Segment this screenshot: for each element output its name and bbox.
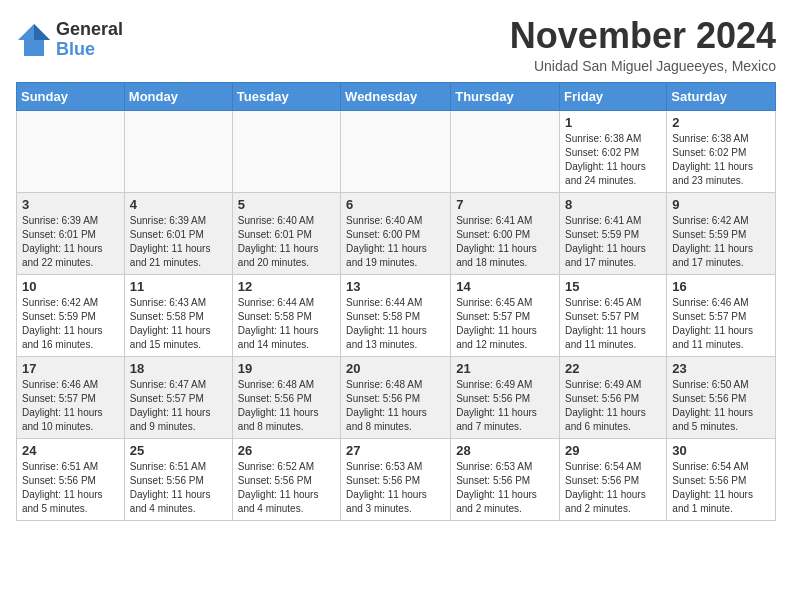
day-number: 8 <box>565 197 661 212</box>
day-number: 6 <box>346 197 445 212</box>
day-number: 2 <box>672 115 770 130</box>
calendar-cell <box>124 110 232 192</box>
day-detail: Sunrise: 6:40 AM Sunset: 6:01 PM Dayligh… <box>238 215 319 268</box>
header-monday: Monday <box>124 82 232 110</box>
page-header: General Blue November 2024 Unidad San Mi… <box>16 16 776 74</box>
header-sunday: Sunday <box>17 82 125 110</box>
day-number: 18 <box>130 361 227 376</box>
day-detail: Sunrise: 6:53 AM Sunset: 5:56 PM Dayligh… <box>456 461 537 514</box>
day-number: 27 <box>346 443 445 458</box>
day-detail: Sunrise: 6:46 AM Sunset: 5:57 PM Dayligh… <box>672 297 753 350</box>
day-detail: Sunrise: 6:42 AM Sunset: 5:59 PM Dayligh… <box>22 297 103 350</box>
day-number: 26 <box>238 443 335 458</box>
calendar-table: Sunday Monday Tuesday Wednesday Thursday… <box>16 82 776 521</box>
day-number: 4 <box>130 197 227 212</box>
calendar-cell: 17Sunrise: 6:46 AM Sunset: 5:57 PM Dayli… <box>17 356 125 438</box>
calendar-cell: 10Sunrise: 6:42 AM Sunset: 5:59 PM Dayli… <box>17 274 125 356</box>
day-number: 23 <box>672 361 770 376</box>
day-detail: Sunrise: 6:47 AM Sunset: 5:57 PM Dayligh… <box>130 379 211 432</box>
day-number: 25 <box>130 443 227 458</box>
day-detail: Sunrise: 6:46 AM Sunset: 5:57 PM Dayligh… <box>22 379 103 432</box>
day-detail: Sunrise: 6:41 AM Sunset: 5:59 PM Dayligh… <box>565 215 646 268</box>
calendar-cell: 13Sunrise: 6:44 AM Sunset: 5:58 PM Dayli… <box>341 274 451 356</box>
day-detail: Sunrise: 6:50 AM Sunset: 5:56 PM Dayligh… <box>672 379 753 432</box>
title-area: November 2024 Unidad San Miguel Jagueeye… <box>510 16 776 74</box>
day-number: 1 <box>565 115 661 130</box>
week-row-2: 3Sunrise: 6:39 AM Sunset: 6:01 PM Daylig… <box>17 192 776 274</box>
day-number: 16 <box>672 279 770 294</box>
calendar-cell: 6Sunrise: 6:40 AM Sunset: 6:00 PM Daylig… <box>341 192 451 274</box>
day-detail: Sunrise: 6:54 AM Sunset: 5:56 PM Dayligh… <box>672 461 753 514</box>
calendar-cell: 27Sunrise: 6:53 AM Sunset: 5:56 PM Dayli… <box>341 438 451 520</box>
calendar-cell: 11Sunrise: 6:43 AM Sunset: 5:58 PM Dayli… <box>124 274 232 356</box>
header-tuesday: Tuesday <box>232 82 340 110</box>
day-number: 20 <box>346 361 445 376</box>
day-detail: Sunrise: 6:51 AM Sunset: 5:56 PM Dayligh… <box>130 461 211 514</box>
day-number: 30 <box>672 443 770 458</box>
day-detail: Sunrise: 6:43 AM Sunset: 5:58 PM Dayligh… <box>130 297 211 350</box>
day-number: 13 <box>346 279 445 294</box>
day-detail: Sunrise: 6:41 AM Sunset: 6:00 PM Dayligh… <box>456 215 537 268</box>
logo-general-text: General <box>56 20 123 40</box>
day-detail: Sunrise: 6:44 AM Sunset: 5:58 PM Dayligh… <box>346 297 427 350</box>
day-detail: Sunrise: 6:48 AM Sunset: 5:56 PM Dayligh… <box>346 379 427 432</box>
location: Unidad San Miguel Jagueeyes, Mexico <box>510 58 776 74</box>
day-number: 17 <box>22 361 119 376</box>
day-detail: Sunrise: 6:49 AM Sunset: 5:56 PM Dayligh… <box>456 379 537 432</box>
week-row-1: 1Sunrise: 6:38 AM Sunset: 6:02 PM Daylig… <box>17 110 776 192</box>
day-number: 24 <box>22 443 119 458</box>
day-detail: Sunrise: 6:42 AM Sunset: 5:59 PM Dayligh… <box>672 215 753 268</box>
calendar-cell <box>451 110 560 192</box>
day-number: 7 <box>456 197 554 212</box>
day-detail: Sunrise: 6:54 AM Sunset: 5:56 PM Dayligh… <box>565 461 646 514</box>
day-detail: Sunrise: 6:45 AM Sunset: 5:57 PM Dayligh… <box>456 297 537 350</box>
header-thursday: Thursday <box>451 82 560 110</box>
day-detail: Sunrise: 6:48 AM Sunset: 5:56 PM Dayligh… <box>238 379 319 432</box>
calendar-cell: 4Sunrise: 6:39 AM Sunset: 6:01 PM Daylig… <box>124 192 232 274</box>
day-detail: Sunrise: 6:39 AM Sunset: 6:01 PM Dayligh… <box>130 215 211 268</box>
calendar-cell <box>232 110 340 192</box>
calendar-cell: 24Sunrise: 6:51 AM Sunset: 5:56 PM Dayli… <box>17 438 125 520</box>
day-number: 22 <box>565 361 661 376</box>
day-detail: Sunrise: 6:52 AM Sunset: 5:56 PM Dayligh… <box>238 461 319 514</box>
logo-blue-text: Blue <box>56 40 123 60</box>
header-friday: Friday <box>560 82 667 110</box>
day-detail: Sunrise: 6:45 AM Sunset: 5:57 PM Dayligh… <box>565 297 646 350</box>
day-detail: Sunrise: 6:38 AM Sunset: 6:02 PM Dayligh… <box>565 133 646 186</box>
calendar-cell: 30Sunrise: 6:54 AM Sunset: 5:56 PM Dayli… <box>667 438 776 520</box>
calendar-cell: 20Sunrise: 6:48 AM Sunset: 5:56 PM Dayli… <box>341 356 451 438</box>
day-detail: Sunrise: 6:44 AM Sunset: 5:58 PM Dayligh… <box>238 297 319 350</box>
calendar-cell: 19Sunrise: 6:48 AM Sunset: 5:56 PM Dayli… <box>232 356 340 438</box>
day-number: 12 <box>238 279 335 294</box>
calendar-cell <box>341 110 451 192</box>
calendar-cell: 12Sunrise: 6:44 AM Sunset: 5:58 PM Dayli… <box>232 274 340 356</box>
day-number: 28 <box>456 443 554 458</box>
day-detail: Sunrise: 6:40 AM Sunset: 6:00 PM Dayligh… <box>346 215 427 268</box>
calendar-cell: 21Sunrise: 6:49 AM Sunset: 5:56 PM Dayli… <box>451 356 560 438</box>
calendar-cell: 1Sunrise: 6:38 AM Sunset: 6:02 PM Daylig… <box>560 110 667 192</box>
calendar-cell: 3Sunrise: 6:39 AM Sunset: 6:01 PM Daylig… <box>17 192 125 274</box>
calendar-cell: 22Sunrise: 6:49 AM Sunset: 5:56 PM Dayli… <box>560 356 667 438</box>
day-detail: Sunrise: 6:49 AM Sunset: 5:56 PM Dayligh… <box>565 379 646 432</box>
calendar-cell: 25Sunrise: 6:51 AM Sunset: 5:56 PM Dayli… <box>124 438 232 520</box>
month-title: November 2024 <box>510 16 776 56</box>
calendar-cell: 26Sunrise: 6:52 AM Sunset: 5:56 PM Dayli… <box>232 438 340 520</box>
calendar-cell: 28Sunrise: 6:53 AM Sunset: 5:56 PM Dayli… <box>451 438 560 520</box>
day-number: 15 <box>565 279 661 294</box>
header-row: Sunday Monday Tuesday Wednesday Thursday… <box>17 82 776 110</box>
day-number: 10 <box>22 279 119 294</box>
day-detail: Sunrise: 6:38 AM Sunset: 6:02 PM Dayligh… <box>672 133 753 186</box>
logo: General Blue <box>16 20 123 60</box>
header-wednesday: Wednesday <box>341 82 451 110</box>
calendar-cell: 14Sunrise: 6:45 AM Sunset: 5:57 PM Dayli… <box>451 274 560 356</box>
calendar-cell <box>17 110 125 192</box>
calendar-body: 1Sunrise: 6:38 AM Sunset: 6:02 PM Daylig… <box>17 110 776 520</box>
svg-marker-1 <box>34 24 50 40</box>
day-number: 14 <box>456 279 554 294</box>
day-detail: Sunrise: 6:39 AM Sunset: 6:01 PM Dayligh… <box>22 215 103 268</box>
calendar-cell: 7Sunrise: 6:41 AM Sunset: 6:00 PM Daylig… <box>451 192 560 274</box>
day-number: 21 <box>456 361 554 376</box>
calendar-cell: 18Sunrise: 6:47 AM Sunset: 5:57 PM Dayli… <box>124 356 232 438</box>
day-detail: Sunrise: 6:51 AM Sunset: 5:56 PM Dayligh… <box>22 461 103 514</box>
calendar-cell: 9Sunrise: 6:42 AM Sunset: 5:59 PM Daylig… <box>667 192 776 274</box>
